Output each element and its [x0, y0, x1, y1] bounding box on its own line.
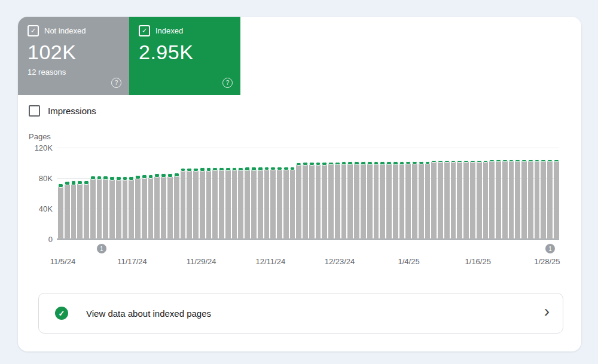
chart-bar[interactable] — [386, 148, 392, 239]
chart-bar[interactable] — [335, 148, 340, 239]
chart-bar[interactable] — [509, 148, 514, 239]
chart-bar[interactable] — [451, 148, 456, 239]
bar-segment-indexed — [161, 173, 166, 178]
chart-bar[interactable] — [528, 148, 533, 239]
chart-bar[interactable] — [154, 148, 160, 239]
chart-bar[interactable] — [316, 148, 321, 239]
stat-card-not-indexed[interactable]: ✓ Not indexed 102K 12 reasons ? — [18, 17, 129, 95]
chart-bar[interactable] — [123, 148, 128, 239]
chart-bar[interactable] — [521, 148, 527, 239]
chart-bar[interactable] — [328, 148, 334, 239]
help-icon[interactable]: ? — [111, 78, 121, 88]
chart-bar[interactable] — [71, 148, 77, 239]
chart-bar[interactable] — [283, 148, 289, 239]
chart-bar[interactable] — [347, 148, 353, 239]
chart-bar[interactable] — [238, 148, 243, 239]
chart-bar[interactable] — [502, 148, 508, 239]
chart-bar[interactable] — [431, 148, 437, 239]
chart-bar[interactable] — [341, 148, 347, 239]
chart-bar[interactable] — [393, 148, 398, 239]
chart-bar[interactable] — [58, 148, 63, 239]
chart-bar[interactable] — [77, 148, 83, 239]
help-icon[interactable]: ? — [222, 78, 233, 88]
chart-bar[interactable] — [225, 148, 231, 239]
chart-bar[interactable] — [515, 148, 520, 239]
chart-bar[interactable] — [419, 148, 424, 239]
chart-bar[interactable] — [232, 148, 237, 239]
chart-bar[interactable] — [167, 148, 173, 239]
chart-bar[interactable] — [535, 148, 540, 239]
chart-bar[interactable] — [367, 148, 373, 239]
chart-bar[interactable] — [309, 148, 315, 239]
chart-bar[interactable] — [187, 148, 192, 239]
annotation-marker[interactable]: 1 — [545, 243, 556, 254]
chart-bar[interactable] — [438, 148, 443, 239]
chart-bar[interactable] — [270, 148, 276, 239]
y-tick-label: 0 — [48, 235, 53, 244]
chart-bar[interactable] — [361, 148, 366, 239]
stat-card-indexed[interactable]: ✓ Indexed 2.95K ? — [129, 17, 240, 95]
chart-bar[interactable] — [380, 148, 385, 239]
chart-bar[interactable] — [90, 148, 96, 239]
chart-bar[interactable] — [264, 148, 270, 239]
impressions-toggle[interactable]: Impressions — [29, 105, 96, 117]
chart-bar[interactable] — [547, 148, 553, 239]
bar-segment-not-indexed — [477, 162, 482, 239]
chart-bar[interactable] — [489, 148, 495, 239]
bar-segment-indexed — [316, 162, 321, 166]
bar-segment-indexed — [116, 176, 121, 181]
chart-bar[interactable] — [116, 148, 121, 239]
chart-bar[interactable] — [103, 148, 108, 239]
chart-bar[interactable] — [109, 148, 115, 239]
chart-bar[interactable] — [135, 148, 141, 239]
chart-bar[interactable] — [174, 148, 179, 239]
bar-segment-not-indexed — [225, 170, 231, 239]
chart-bar[interactable] — [405, 148, 411, 239]
chart-bar[interactable] — [129, 148, 134, 239]
checkbox-checked-icon[interactable]: ✓ — [28, 25, 39, 36]
chart-bar[interactable] — [483, 148, 489, 239]
chart-bar[interactable] — [374, 148, 379, 239]
chart-bar[interactable] — [457, 148, 462, 239]
chart-bar[interactable] — [290, 148, 295, 239]
chart-bar[interactable] — [65, 148, 70, 239]
chart-bar[interactable] — [296, 148, 301, 239]
bar-segment-not-indexed — [380, 164, 385, 239]
chart-bar[interactable] — [496, 148, 501, 239]
chart-bar[interactable] — [161, 148, 166, 239]
chart-bar[interactable] — [245, 148, 250, 239]
chart-bar[interactable] — [206, 148, 212, 239]
chart-bar[interactable] — [477, 148, 482, 239]
bar-segment-indexed — [206, 167, 212, 171]
chart-bar[interactable] — [541, 148, 546, 239]
chart-bar[interactable] — [97, 148, 102, 239]
chart-bar[interactable] — [212, 148, 218, 239]
chart-bar[interactable] — [470, 148, 475, 239]
check-circle-icon: ✓ — [55, 307, 68, 320]
chart-bar[interactable] — [425, 148, 431, 239]
chart-bar[interactable] — [219, 148, 224, 239]
chart-bar[interactable] — [322, 148, 327, 239]
chart-bar[interactable] — [554, 148, 559, 239]
chart-bar[interactable] — [354, 148, 359, 239]
chart-bar[interactable] — [463, 148, 469, 239]
chart-bar[interactable] — [399, 148, 405, 239]
chart-bar[interactable] — [444, 148, 450, 239]
chart-bar[interactable] — [258, 148, 263, 239]
chart-bar[interactable] — [84, 148, 89, 239]
chart-bar[interactable] — [412, 148, 417, 239]
chart-bar[interactable] — [181, 148, 186, 239]
annotation-marker[interactable]: 1 — [96, 243, 107, 254]
chart-bar[interactable] — [251, 148, 257, 239]
chart-bar[interactable] — [277, 148, 282, 239]
chart-bar[interactable] — [193, 148, 199, 239]
chart-bar[interactable] — [303, 148, 308, 239]
checkbox-checked-icon[interactable]: ✓ — [139, 25, 150, 36]
chart-bar[interactable] — [142, 148, 147, 239]
bar-segment-indexed — [90, 176, 96, 180]
chart-bar[interactable] — [148, 148, 154, 239]
view-indexed-data-button[interactable]: ✓ View data about indexed pages › — [38, 293, 563, 334]
bar-segment-not-indexed — [71, 185, 77, 239]
chart-bar[interactable] — [200, 148, 205, 239]
checkbox-unchecked-icon[interactable] — [29, 105, 40, 117]
